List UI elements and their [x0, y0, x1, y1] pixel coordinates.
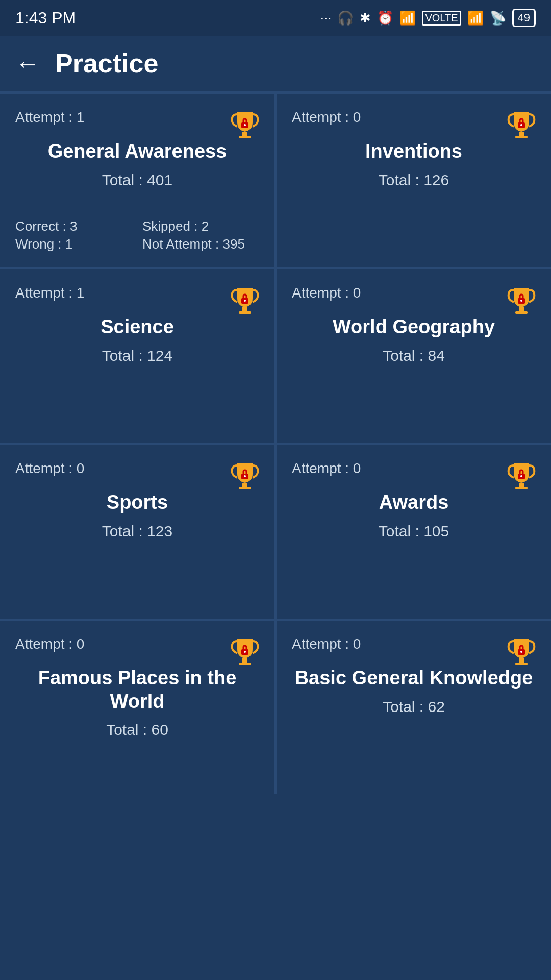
- status-time: 1:43 PM: [15, 9, 76, 28]
- trophy-icon: [506, 108, 537, 139]
- svg-rect-16: [242, 483, 247, 487]
- card-title: Famous Places in the World: [15, 667, 259, 713]
- card-attempt: Attempt : 0: [292, 636, 536, 652]
- card-attempt: Attempt : 0: [15, 636, 259, 652]
- card-total: Total : 401: [15, 172, 259, 189]
- card-general-awareness[interactable]: Attempt : 1 General Awareness Total : 40…: [0, 94, 274, 267]
- svg-rect-1: [239, 136, 251, 138]
- svg-rect-0: [242, 132, 247, 136]
- trophy-icon: [506, 284, 537, 314]
- card-inventions[interactable]: Attempt : 0 Inventions Total : 126: [277, 94, 551, 267]
- card-science[interactable]: Attempt : 1 Science Total : 124: [0, 270, 274, 443]
- card-total: Total : 123: [15, 523, 259, 540]
- cards-grid: Attempt : 1 General Awareness Total : 40…: [0, 92, 551, 794]
- card-title: Science: [15, 315, 259, 339]
- dots-icon: ···: [320, 10, 332, 26]
- svg-point-19: [244, 475, 246, 477]
- svg-rect-20: [519, 483, 524, 487]
- card-title: World Geography: [292, 315, 536, 339]
- svg-point-3: [244, 124, 246, 126]
- svg-point-15: [520, 300, 522, 302]
- status-icons: ··· 🎧 ✱ ⏰ 📶 VOLTE 📶 📡 49: [320, 9, 536, 27]
- card-total: Total : 62: [292, 698, 536, 716]
- card-stats: Correct : 3 Skipped : 2 Wrong : 1 Not At…: [15, 218, 259, 252]
- card-basic-general-knowledge[interactable]: Attempt : 0 Basic General Knowledge Tota…: [277, 621, 551, 794]
- svg-rect-5: [515, 136, 528, 138]
- alarm-icon: ⏰: [377, 10, 393, 26]
- card-title: Awards: [292, 491, 536, 514]
- svg-point-7: [520, 124, 522, 126]
- wifi-icon: 📡: [490, 10, 506, 26]
- card-attempt: Attempt : 0: [292, 109, 536, 126]
- battery-indicator: 49: [512, 9, 536, 27]
- svg-point-23: [520, 475, 522, 477]
- card-title: General Awareness: [15, 140, 259, 163]
- headphone-icon: 🎧: [337, 10, 354, 26]
- card-total: Total : 84: [292, 347, 536, 364]
- card-total: Total : 105: [292, 523, 536, 540]
- svg-rect-12: [519, 307, 524, 311]
- svg-rect-24: [242, 658, 247, 663]
- card-title: Inventions: [292, 140, 536, 163]
- svg-rect-21: [515, 487, 528, 489]
- svg-point-27: [244, 651, 246, 653]
- lte-icon: VOLTE: [422, 11, 461, 26]
- svg-point-31: [520, 651, 522, 653]
- svg-rect-25: [239, 663, 251, 665]
- card-sports[interactable]: Attempt : 0 Sports Total : 123: [0, 445, 274, 619]
- trophy-icon: [230, 284, 260, 314]
- card-awards[interactable]: Attempt : 0 Awards Total : 105: [277, 445, 551, 619]
- card-world-geography[interactable]: Attempt : 0 World Geography Total : 84: [277, 270, 551, 443]
- trophy-icon: [230, 635, 260, 666]
- card-total: Total : 126: [292, 172, 536, 189]
- back-button[interactable]: ←: [15, 50, 40, 78]
- card-attempt: Attempt : 0: [292, 285, 536, 301]
- signal-icon: 📶: [399, 10, 416, 26]
- card-total: Total : 124: [15, 347, 259, 364]
- wrong-stat: Wrong : 1: [15, 236, 132, 252]
- svg-rect-4: [519, 132, 524, 136]
- bluetooth-icon: ✱: [360, 10, 371, 26]
- card-total: Total : 60: [15, 721, 259, 739]
- correct-stat: Correct : 3: [15, 218, 132, 234]
- trophy-icon: [230, 108, 260, 139]
- svg-rect-13: [515, 311, 528, 314]
- status-bar: 1:43 PM ··· 🎧 ✱ ⏰ 📶 VOLTE 📶 📡 49: [0, 0, 551, 36]
- card-attempt: Attempt : 1: [15, 109, 259, 126]
- card-attempt: Attempt : 0: [15, 460, 259, 477]
- card-title: Sports: [15, 491, 259, 514]
- trophy-icon: [506, 459, 537, 490]
- card-title: Basic General Knowledge: [292, 667, 536, 690]
- trophy-icon: [230, 459, 260, 490]
- card-attempt: Attempt : 1: [15, 285, 259, 301]
- svg-rect-28: [519, 658, 524, 663]
- svg-rect-8: [242, 307, 247, 311]
- svg-rect-9: [239, 311, 251, 314]
- card-attempt: Attempt : 0: [292, 460, 536, 477]
- svg-point-11: [244, 300, 246, 302]
- skipped-stat: Skipped : 2: [142, 218, 259, 234]
- not-attempt-stat: Not Attempt : 395: [142, 236, 259, 252]
- header: ← Practice: [0, 36, 551, 92]
- page-title: Practice: [55, 48, 158, 79]
- card-famous-places[interactable]: Attempt : 0 Famous Places in the World T…: [0, 621, 274, 794]
- trophy-icon: [506, 635, 537, 666]
- signal2-icon: 📶: [467, 10, 484, 26]
- svg-rect-29: [515, 663, 528, 665]
- svg-rect-17: [239, 487, 251, 489]
